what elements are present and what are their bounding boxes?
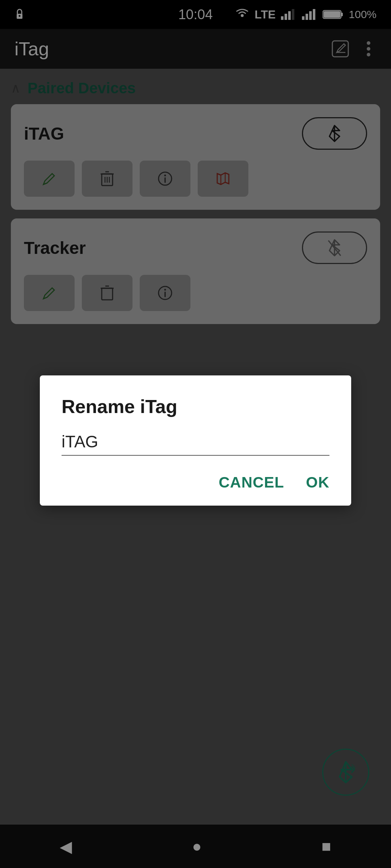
dialog-title: Rename iTag [62, 396, 329, 417]
cancel-button[interactable]: CANCEL [219, 474, 284, 491]
dialog-actions: CANCEL OK [62, 474, 329, 491]
rename-dialog: Rename iTag CANCEL OK [40, 375, 351, 506]
rename-input[interactable] [62, 432, 329, 456]
ok-button[interactable]: OK [306, 474, 329, 491]
